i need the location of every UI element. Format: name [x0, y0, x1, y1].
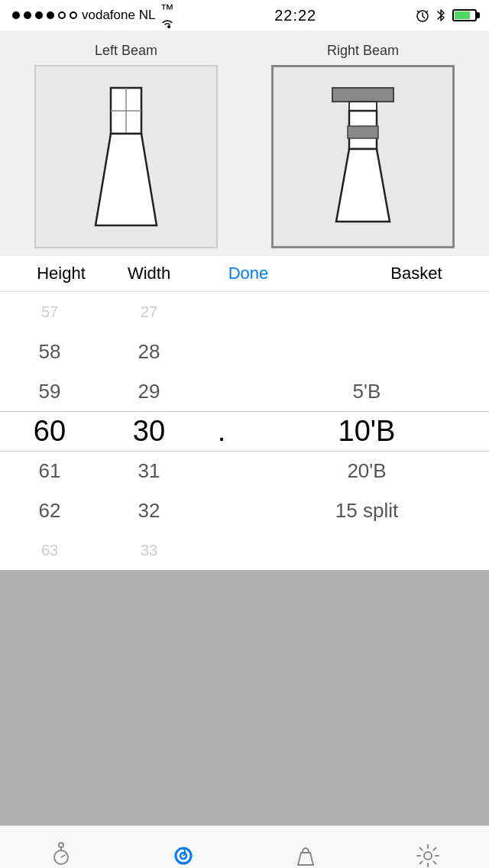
- dot-spacer-5: [199, 491, 244, 530]
- tab-weights[interactable]: Weights: [244, 826, 367, 868]
- svg-point-10: [59, 843, 63, 847]
- dot-spacer-4: [199, 451, 244, 491]
- basket-item-6[interactable]: [244, 530, 489, 570]
- basket-item-3[interactable]: 10'B: [244, 411, 489, 451]
- gray-area: [0, 570, 489, 825]
- left-beam-container: Left Beam: [34, 43, 218, 248]
- status-right: [416, 8, 477, 23]
- height-header: Height: [0, 264, 99, 283]
- svg-rect-5: [349, 102, 377, 111]
- basket-item-0[interactable]: [244, 292, 489, 332]
- bluetooth-icon: [436, 8, 446, 23]
- wifi-icon: ™: [160, 2, 175, 30]
- dot-spacer-2: [199, 371, 244, 411]
- height-column: 57 58 59 60 61 62 63: [0, 292, 99, 570]
- right-beam-label: Right Beam: [327, 43, 399, 59]
- svg-rect-4: [332, 88, 393, 102]
- height-item-1[interactable]: 58: [0, 332, 99, 371]
- right-beam-image[interactable]: [271, 65, 455, 248]
- width-item-2[interactable]: 29: [99, 371, 199, 411]
- signal-dots: [12, 11, 77, 19]
- tab-materials[interactable]: Materials: [122, 826, 244, 868]
- dot-selected: .: [199, 411, 244, 451]
- tab-preferences[interactable]: Preferences: [367, 826, 489, 868]
- width-column: 27 28 29 30 31 32 33: [99, 292, 199, 570]
- height-item-2[interactable]: 59: [0, 371, 99, 411]
- height-item-0[interactable]: 57: [0, 292, 99, 332]
- basket-column: 5'B 10'B 20'B 15 split: [244, 292, 489, 570]
- width-item-1[interactable]: 28: [99, 332, 199, 371]
- basket-item-1[interactable]: [244, 332, 489, 371]
- alarm-icon: [416, 8, 429, 22]
- carrier-label: vodafone NL: [82, 8, 155, 23]
- tab-measurements[interactable]: Measurements: [0, 826, 122, 868]
- measurements-icon: [47, 842, 75, 869]
- dot-column: .: [199, 292, 244, 570]
- left-beam-label: Left Beam: [95, 43, 157, 59]
- beams-section: Left Beam Right Beam: [0, 31, 489, 256]
- height-item-5[interactable]: 62: [0, 491, 99, 530]
- height-item-4[interactable]: 61: [0, 451, 99, 491]
- materials-icon: [170, 842, 197, 869]
- width-item-5[interactable]: 32: [99, 491, 199, 530]
- dot-4: [47, 11, 54, 19]
- basket-header: Basket: [344, 264, 489, 283]
- dot-spacer-1: [199, 332, 244, 371]
- picker-header: Height Width Done Basket: [0, 256, 489, 292]
- status-bar: vodafone NL ™ 22:22: [0, 0, 489, 31]
- picker-rows: 57 58 59 60 61 62 63 27 28 29 30 31 32 3…: [0, 292, 489, 570]
- width-item-6[interactable]: 33: [99, 530, 199, 570]
- width-header: Width: [99, 264, 199, 283]
- left-beam-image[interactable]: [34, 65, 218, 248]
- dot-6: [70, 11, 77, 19]
- basket-item-2[interactable]: 5'B: [244, 371, 489, 411]
- width-item-3[interactable]: 30: [99, 411, 199, 451]
- basket-item-4[interactable]: 20'B: [244, 451, 489, 491]
- dot-2: [24, 11, 31, 19]
- dot-spacer-0: [199, 292, 244, 332]
- preferences-icon: [414, 842, 442, 869]
- picker-section: Height Width Done Basket 57 58 59 60 61 …: [0, 256, 489, 570]
- svg-line-11: [61, 855, 65, 857]
- tab-bar: Measurements Materials Weights P: [0, 825, 489, 868]
- dot-5: [58, 11, 66, 19]
- width-item-0[interactable]: 27: [99, 292, 199, 332]
- dot-3: [35, 11, 43, 19]
- dot-1: [12, 11, 20, 19]
- svg-point-14: [424, 852, 432, 860]
- dot-spacer-6: [199, 530, 244, 570]
- main-content: Left Beam Right Beam: [0, 31, 489, 825]
- status-time: 22:22: [274, 7, 316, 24]
- svg-rect-7: [348, 126, 378, 138]
- battery-fill: [455, 11, 470, 19]
- right-beam-container: Right Beam: [271, 43, 455, 248]
- done-button[interactable]: Done: [199, 264, 298, 283]
- width-item-4[interactable]: 31: [99, 451, 199, 491]
- weights-icon: [292, 842, 319, 869]
- basket-item-5[interactable]: 15 split: [244, 491, 489, 530]
- height-item-6[interactable]: 63: [0, 530, 99, 570]
- battery-icon: [452, 9, 477, 21]
- height-item-3[interactable]: 60: [0, 411, 99, 451]
- status-left: vodafone NL ™: [12, 2, 175, 30]
